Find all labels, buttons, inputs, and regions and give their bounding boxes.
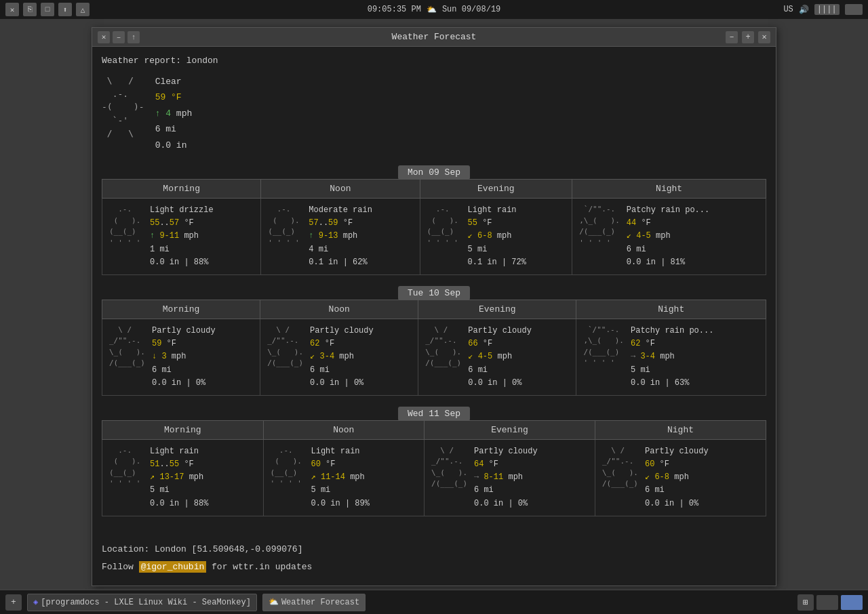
- taskbar-apps-icon[interactable]: +: [5, 594, 22, 611]
- maximize-button[interactable]: +: [742, 31, 754, 43]
- day2-noon-art: \ / _/"".-. \_( ). /(___(_): [267, 325, 303, 369]
- report-title: Weather report: london: [102, 54, 766, 68]
- day1-morning-header: Morning: [102, 180, 261, 199]
- window-titlebar: ✕ – ↑ Weather Forecast – + ✕: [92, 28, 776, 47]
- follow-text: Follow: [102, 562, 134, 572]
- current-weather-section: Weather report: london \ / .-. -( )- `-'…: [102, 54, 766, 156]
- day1-noon-info: Moderate rain 57..59 °F ↑ 9-13 mph 4 mi …: [309, 204, 412, 269]
- taskbar-top-icons: ✕ ⎘ □ ⬆ △: [5, 3, 90, 16]
- weather-taskbar-label: Weather Forecast: [281, 598, 359, 607]
- day2-morning-header: Morning: [102, 300, 260, 319]
- taskbar-icon-4[interactable]: ⬆: [58, 3, 72, 16]
- day3-table: Morning Noon Evening Night .-. ( ). (__(…: [102, 420, 766, 516]
- seamonkey-label: [programdocs - LXLE Linux Wiki - SeaMonk…: [41, 598, 251, 607]
- day1-morning-art: .-. ( ). (__(_) ' ' ' ': [109, 204, 143, 249]
- titlebar-icons: ✕ – ↑: [98, 31, 140, 43]
- day2-evening-art: \ / _/"".-. \_( ). /(___(_): [425, 325, 461, 369]
- forecast-day-3: Wed 11 Sep Morning Noon Evening Night: [102, 407, 766, 516]
- day1-table: Morning Noon Evening Night .-. ( ). (__(…: [102, 179, 766, 275]
- day3-noon-header: Noon: [263, 420, 425, 439]
- day3-night-header: Night: [595, 420, 766, 439]
- taskbar-top-center: 09:05:35 PM ⛅ Sun 09/08/19: [368, 5, 501, 15]
- day3-night-cell: \ / _/"".-. \_( ). /(___(_) Partly cloud…: [595, 439, 766, 516]
- day3-header-row: Wed 11 Sep: [102, 407, 766, 420]
- taskbar-preview-2: [841, 595, 863, 610]
- current-wind: ↑ 4 mph: [155, 106, 193, 121]
- taskbar-layout-icon[interactable]: ⊞: [797, 594, 814, 611]
- day3-night-info: Partly cloudy 60 °F ↙ 6-8 mph 6 mi 0.0 i…: [645, 445, 759, 510]
- day1-noon-header: Noon: [261, 180, 420, 199]
- day2-noon-info: Partly cloudy 62 °F ↙ 3-4 mph 6 mi 0.0 i…: [310, 325, 411, 390]
- taskbar-bottom: + ◈ [programdocs - LXLE Linux Wiki - Sea…: [0, 590, 868, 614]
- taskbar-btn-weather[interactable]: ⛅ Weather Forecast: [262, 594, 366, 611]
- follow-line: Follow @igor_chubin for wttr.in updates: [102, 558, 766, 576]
- day1-evening-header: Evening: [420, 180, 572, 199]
- taskbar-top-right: US 🔊 ||||: [783, 4, 863, 15]
- seamonkey-icon: ◈: [33, 597, 38, 607]
- current-art: \ / .-. -( )- `-' / \: [102, 74, 144, 140]
- current-desc: Clear: [155, 74, 193, 89]
- day2-noon-cell: \ / _/"".-. \_( ). /(___(_) Partly cloud…: [260, 319, 418, 395]
- close-button[interactable]: ✕: [758, 31, 770, 43]
- current-temp: 59 °F: [155, 89, 193, 105]
- clock: 09:05:35 PM: [368, 5, 421, 14]
- taskbar-btn-seamonkey[interactable]: ◈ [programdocs - LXLE Linux Wiki - SeaMo…: [27, 594, 257, 611]
- day2-label: Tue 10 Sep: [398, 286, 470, 300]
- day2-header-row: Tue 10 Sep: [102, 286, 766, 300]
- window-content: Weather report: london \ / .-. -( )- `-'…: [92, 47, 776, 534]
- day2-evening-header: Evening: [418, 300, 576, 319]
- taskbar-icon-3[interactable]: □: [41, 3, 54, 16]
- taskbar-icon-5[interactable]: △: [76, 3, 90, 16]
- weather-window: ✕ – ↑ Weather Forecast – + ✕ Weather rep…: [92, 27, 776, 586]
- current-block: \ / .-. -( )- `-' / \ Clear 59 °F ↑ 4 mp…: [102, 71, 766, 156]
- day2-night-art: `/"".-. ,\_( ). /(___(_) ' ' ' ': [583, 325, 624, 369]
- day2-evening-cell: \ / _/"".-. \_( ). /(___(_) Partly cloud…: [418, 319, 576, 395]
- speaker-icon[interactable]: 🔊: [799, 5, 809, 15]
- taskbar-bottom-right: ⊞: [797, 594, 863, 611]
- day2-night-cell: `/"".-. ,\_( ). /(___(_) ' ' ' ' Patchy …: [576, 319, 766, 395]
- day2-morning-art: \ / _/"".-. \_( ). /(___(_): [109, 325, 145, 369]
- day2-night-info: Patchy rain po... 62 °F → 3-4 mph 5 mi 0…: [631, 325, 759, 390]
- location-line: Location: London [51.509648,-0.099076]: [102, 541, 766, 558]
- day1-noon-cell: .-. ( ). (__(_) ' ' ' ' Moderate rain 57…: [261, 199, 420, 275]
- forecast-day-2: Tue 10 Sep Morning Noon Evening Night: [102, 286, 766, 396]
- day3-noon-info: Light rain 60 °F ↗ 11-14 mph 5 mi 0.0 in…: [311, 445, 418, 510]
- day3-morning-cell: .-. ( ). (__(_) ' ' ' ' Light rain 51..5…: [102, 439, 264, 516]
- day3-night-art: \ / _/"".-. \_( ). /(___(_): [602, 445, 638, 490]
- window-controls: – + ✕: [726, 31, 770, 43]
- day1-noon-art: .-. ( ). (__(_) ' ' ' ': [268, 204, 302, 249]
- date-display: Sun 09/08/19: [442, 5, 500, 14]
- day1-night-cell: `/"".-. ,\_( ). /(___(_) ' ' ' ' Patchy …: [572, 199, 766, 275]
- day2-night-header: Night: [576, 300, 766, 319]
- day3-morning-art: .-. ( ). (__(_) ' ' ' ': [109, 445, 143, 490]
- day1-night-art: `/"".-. ,\_( ). /(___(_) ' ' ' ': [579, 204, 620, 249]
- day1-header-row: Mon 09 Sep: [102, 165, 766, 179]
- titlebar-btn-1[interactable]: –: [113, 31, 125, 43]
- window-title: Weather Forecast: [392, 32, 477, 42]
- day1-night-info: Patchy rain po... 44 °F ↙ 4-5 mph 6 mi 0…: [627, 204, 759, 269]
- footer: Location: London [51.509648,-0.099076] F…: [92, 534, 776, 586]
- day3-evening-art: \ / _/"".-. \_( ). /(___(_): [431, 445, 467, 490]
- day3-evening-header: Evening: [425, 420, 595, 439]
- window-icon: ✕: [98, 31, 110, 43]
- day2-table: Morning Noon Evening Night \ / _/"".-. \…: [102, 300, 766, 396]
- twitter-handle[interactable]: @igor_chubin: [139, 561, 207, 573]
- network-icon: ||||: [814, 4, 840, 15]
- taskbar-preview-1: [816, 595, 838, 610]
- day2-morning-info: Partly cloudy 59 °F ↓ 3 mph 6 mi 0.0 in …: [152, 325, 253, 390]
- battery-icon: [845, 4, 863, 15]
- current-info: Clear 59 °F ↑ 4 mph 6 mi 0.0 in: [155, 74, 193, 153]
- day3-evening-info: Partly cloudy 64 °F → 8-11 mph 6 mi 0.0 …: [474, 445, 588, 510]
- day3-morning-info: Light rain 51..55 °F ↗ 13-17 mph 5 mi 0.…: [150, 445, 256, 510]
- follow-suffix: for wttr.in updates: [212, 562, 312, 572]
- titlebar-btn-2[interactable]: ↑: [127, 31, 140, 43]
- minimize-button[interactable]: –: [726, 31, 738, 43]
- taskbar-icon-2[interactable]: ⎘: [23, 3, 37, 16]
- day3-morning-header: Morning: [102, 420, 264, 439]
- day1-evening-art: .-. ( ). (__(_) ' ' ' ': [427, 204, 461, 249]
- weather-taskbar-icon: ⛅: [269, 597, 279, 607]
- current-visibility: 6 mi: [155, 121, 193, 137]
- weather-icon-small: ⛅: [427, 5, 437, 15]
- taskbar-icon-1[interactable]: ✕: [5, 3, 19, 16]
- day2-noon-header: Noon: [260, 300, 418, 319]
